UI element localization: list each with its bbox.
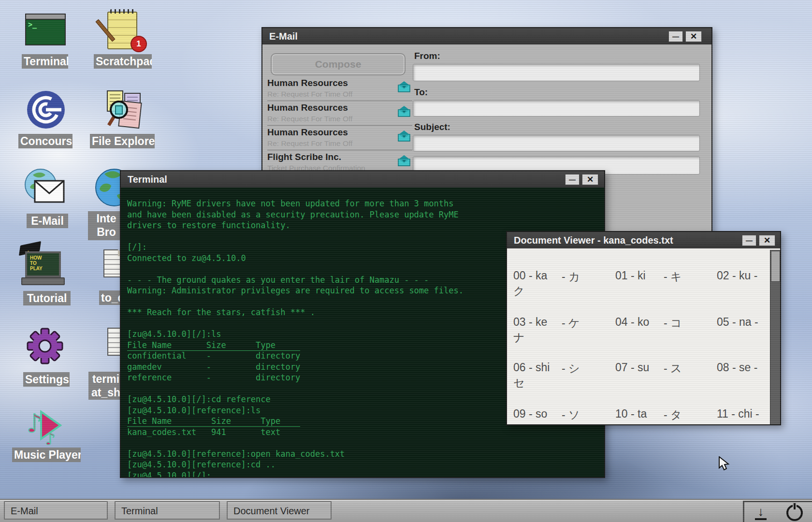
terminal-line: [zu@4.5.10.0][reference]:open kana_codes… — [127, 449, 599, 460]
terminal-line: drivers to restore functionality. — [127, 220, 599, 231]
scrollbar-thumb[interactable] — [771, 251, 780, 282]
desktop-icon-email-label[interactable]: E-Mail — [27, 214, 68, 228]
taskbar-button-e-mail[interactable]: E-Mail — [4, 501, 108, 520]
terminal-line: and have been disabled as a security pre… — [127, 209, 599, 220]
desktop-icon-internet-browser-label[interactable]: InteBro — [88, 211, 125, 240]
to-label: To: — [414, 87, 428, 98]
email-list-item[interactable]: Human ResourcesRe: Request For Time Off — [267, 76, 412, 101]
email-list-item[interactable]: Human ResourcesRe: Request For Time Off — [267, 126, 412, 150]
email-window-titlebar[interactable]: E-Mail — ✕ — [262, 28, 711, 44]
notification-badge: 1 — [130, 36, 147, 52]
desktop-icon-file-explorer[interactable] — [105, 89, 143, 131]
system-tray: ↓ — [743, 501, 812, 522]
desktop-icon-shortcut-file-label[interactable]: termiat_sh — [88, 372, 123, 400]
svg-text:♪: ♪ — [45, 429, 56, 446]
music-player-icon: ♪ ♪ — [27, 404, 64, 446]
taskbar: ↓ E-MailTerminalDocument Viewer — [0, 499, 812, 522]
desktop: >_ Terminal 1 Scratchpad Concourse File … — [0, 0, 812, 522]
desktop-icon-terminal-label[interactable]: Terminal — [22, 54, 68, 69]
email-subject: Re: Request For Time Off — [267, 138, 412, 148]
file-explorer-icon — [105, 89, 143, 129]
desktop-icon-music-player-label[interactable]: Music Player — [12, 448, 81, 462]
desktop-icon-email[interactable] — [24, 168, 66, 210]
desktop-icon-music-player[interactable]: ♪ ♪ — [27, 404, 64, 448]
terminal-line: Warning: RyME drivers have not been upda… — [127, 198, 599, 209]
email-window-title: E-Mail — [269, 31, 298, 42]
desktop-icon-terminal[interactable]: >_ — [25, 14, 66, 45]
document-text: 00 - ka- カ01 - ki- キ02 - ku -ク03 - ke- ケ… — [513, 250, 768, 424]
taskbar-button-terminal[interactable]: Terminal — [115, 501, 220, 520]
document-viewer-window: Document Viewer - kana_codes.txt — ✕ 00 … — [506, 231, 781, 425]
download-icon[interactable]: ↓ — [754, 506, 768, 520]
compose-button[interactable]: Compose — [271, 53, 406, 75]
tutorial-icon: HOW TO PLAY — [25, 251, 65, 285]
email-subject: Re: Request For Time Off — [267, 113, 412, 123]
desktop-icon-concourse-label[interactable]: Concourse — [18, 134, 72, 148]
power-icon[interactable] — [786, 505, 803, 521]
document-viewer-title: Document Viewer - kana_codes.txt — [514, 235, 673, 246]
terminal-line — [127, 437, 599, 449]
subject-field[interactable] — [413, 135, 700, 151]
svg-text:♪: ♪ — [27, 409, 43, 438]
desktop-icon-file-explorer-label[interactable]: File Explorer — [90, 134, 155, 148]
desktop-icon-scratchpad-label[interactable]: Scratchpad — [94, 54, 152, 69]
close-button[interactable]: ✕ — [582, 174, 598, 185]
from-field[interactable] — [413, 64, 700, 81]
close-button[interactable]: ✕ — [759, 235, 775, 246]
email-sender: Human Resources — [267, 126, 412, 138]
email-sender: Human Resources — [267, 76, 412, 88]
terminal-line: [zu@4.5.10.0][/]: — [127, 470, 599, 478]
minimize-button[interactable]: — — [565, 174, 580, 185]
email-subject: Re: Request For Time Off — [267, 88, 412, 99]
mouse-cursor — [718, 456, 731, 471]
desktop-icon-concourse[interactable] — [27, 90, 65, 131]
minimize-button[interactable]: — — [742, 235, 756, 246]
terminal-window-titlebar[interactable]: Terminal — ✕ — [121, 171, 604, 188]
desktop-icon-tutorial[interactable]: HOW TO PLAY — [25, 251, 65, 285]
settings-gear-icon — [26, 326, 64, 366]
doc-row: 06 - shi- シ07 - su- ス08 - se -セ — [513, 361, 768, 391]
desktop-icon-settings[interactable] — [26, 326, 64, 368]
terminal-icon: >_ — [25, 14, 66, 45]
open-envelope-icon — [397, 130, 411, 142]
desktop-icon-tutorial-label[interactable]: Tutorial — [23, 291, 71, 305]
concourse-icon — [27, 90, 65, 130]
doc-row: 03 - ke- ケ04 - ko- コ05 - na -ナ — [513, 316, 768, 346]
doc-row: 00 - ka- カ01 - ki- キ02 - ku -ク — [513, 269, 768, 299]
open-envelope-icon — [397, 80, 411, 93]
close-button[interactable]: ✕ — [685, 31, 702, 42]
from-label: From: — [414, 51, 440, 61]
open-envelope-icon — [397, 154, 411, 167]
document-body: 00 - ka- カ01 - ki- キ02 - ku -ク03 - ke- ケ… — [507, 250, 780, 424]
desktop-icon-settings-label[interactable]: Settings — [23, 372, 70, 387]
email-sender: Flight Scribe Inc. — [267, 150, 412, 162]
terminal-line: [zu@4.5.10.0][reference]:cd .. — [127, 459, 599, 470]
desktop-icon-scratchpad[interactable]: 1 — [107, 12, 137, 49]
document-viewer-titlebar[interactable]: Document Viewer - kana_codes.txt — ✕ — [507, 232, 780, 248]
email-icon — [24, 168, 66, 208]
scrollbar[interactable] — [770, 250, 780, 424]
email-list-item[interactable]: Human ResourcesRe: Request For Time Off — [267, 101, 412, 126]
to-field[interactable] — [413, 100, 700, 116]
doc-row: 09 - so- ソ10 - ta- タ11 - chi - — [513, 407, 768, 424]
terminal-line: kana_codes.txt 941 text — [127, 427, 599, 438]
minimize-button[interactable]: — — [668, 31, 683, 42]
email-list: Human ResourcesRe: Request For Time OffH… — [267, 76, 412, 174]
taskbar-button-document-viewer[interactable]: Document Viewer — [227, 501, 332, 520]
email-sender: Human Resources — [267, 101, 412, 113]
subject-label: Subject: — [414, 122, 450, 132]
open-envelope-icon — [397, 105, 411, 117]
terminal-window-title: Terminal — [128, 174, 167, 185]
